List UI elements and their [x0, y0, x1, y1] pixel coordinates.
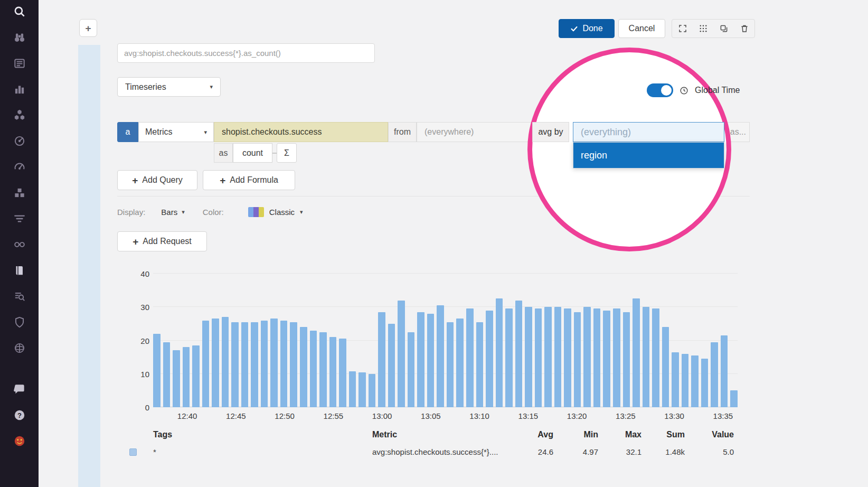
integrations-icon[interactable]	[12, 185, 27, 200]
chart-bar	[623, 312, 630, 407]
x-tick-label: 13:00	[372, 411, 392, 420]
chart-bar	[153, 334, 161, 407]
chevron-down-icon: ▾	[204, 129, 207, 136]
add-formula-button[interactable]: + Add Formula	[203, 170, 295, 190]
x-tick-label: 13:05	[421, 411, 441, 420]
global-time-toggle[interactable]	[647, 83, 673, 97]
data-source-value: Metrics	[145, 127, 173, 137]
done-button-label: Done	[582, 24, 602, 33]
chart-bar	[633, 298, 640, 407]
chart-bar	[593, 308, 601, 407]
chart-bar	[603, 311, 610, 407]
notebooks-icon[interactable]	[12, 263, 27, 278]
x-tick-label: 12:55	[324, 411, 344, 420]
chart-bar	[339, 339, 346, 407]
sigma-function-button[interactable]: Σ	[277, 143, 297, 163]
synthetics-link-icon[interactable]	[12, 237, 27, 252]
groupby-placeholder: (everything)	[581, 127, 631, 138]
scope-placeholder: (everywhere)	[424, 127, 474, 137]
chat-feedback-icon[interactable]	[12, 382, 27, 397]
from-label: from	[388, 122, 417, 142]
dashboards-icon[interactable]	[12, 82, 27, 97]
fullscreen-icon[interactable]	[678, 24, 687, 33]
query-letter-badge[interactable]: a	[117, 122, 138, 142]
chart-bar	[466, 308, 474, 407]
metric-name-input[interactable]: shopist.checkouts.success	[214, 122, 388, 142]
editor-rail	[78, 45, 100, 487]
chart-bar	[358, 372, 366, 407]
x-tick-label: 13:25	[616, 411, 636, 420]
chart-y-axis: 010203040	[132, 274, 149, 407]
chart-x-axis: 12:4012:4512:5012:5513:0013:0513:1013:15…	[153, 411, 738, 423]
chart-bar	[261, 321, 268, 407]
display-type-select[interactable]: Bars ▾	[161, 208, 184, 217]
add-query-button[interactable]: + Add Query	[117, 170, 197, 190]
chart-bar	[290, 322, 297, 407]
as-label-text: as	[219, 148, 228, 158]
infrastructure-icon[interactable]	[12, 108, 27, 123]
add-widget-button[interactable]: +	[79, 19, 97, 37]
chart-bar	[662, 327, 669, 407]
chart-bar	[486, 311, 493, 407]
x-tick-label: 13:30	[664, 411, 684, 420]
x-tick-label: 13:15	[518, 411, 539, 420]
trash-icon[interactable]	[740, 24, 749, 33]
chart-bar	[280, 321, 288, 407]
chart-bar	[212, 319, 219, 407]
toggle-knob	[661, 85, 672, 96]
rollup-select[interactable]: count	[233, 143, 272, 163]
chart-bar	[721, 335, 728, 407]
chart-bar	[388, 324, 395, 407]
data-source-select[interactable]: Metrics ▾	[138, 122, 214, 142]
chart-bar	[329, 337, 337, 407]
as-label: as	[214, 143, 233, 163]
apm-funnel-icon[interactable]	[12, 211, 27, 226]
watchdog-icon[interactable]	[12, 30, 27, 45]
groupby-input[interactable]: (everything)	[573, 122, 724, 142]
grid-dots-icon[interactable]	[699, 24, 708, 33]
search-icon[interactable]	[12, 4, 27, 19]
events-icon[interactable]	[12, 56, 27, 71]
logs-icon[interactable]	[12, 289, 27, 304]
chart-bar	[270, 319, 278, 407]
col-header-avg: Avg	[506, 430, 553, 439]
x-tick-label: 12:50	[275, 411, 295, 420]
viz-type-select[interactable]: Timeseries ▾	[117, 77, 221, 97]
palette-value: Classic	[269, 208, 295, 217]
widget-editor: ? + Done Cancel avg:shopis	[0, 0, 868, 487]
chart-bar	[417, 312, 424, 407]
palette-select[interactable]: Classic ▾	[248, 207, 303, 217]
chart-plot-area[interactable]	[153, 274, 738, 407]
query-preview-input[interactable]: avg:shopist.checkouts.success{*}.as_coun…	[117, 43, 375, 63]
chart-bar	[173, 350, 180, 407]
add-request-button[interactable]: + Add Request	[117, 231, 207, 251]
chart-bar	[672, 352, 679, 407]
monitors-icon[interactable]	[12, 134, 27, 148]
global-time-row: Global Time	[647, 83, 740, 98]
copy-icon[interactable]	[719, 24, 729, 33]
cancel-button-label: Cancel	[629, 24, 655, 33]
security-shield-icon[interactable]	[12, 315, 27, 330]
chart-bar	[427, 314, 435, 407]
chart-bar	[231, 322, 239, 407]
metrics-gauge-icon[interactable]	[12, 160, 27, 174]
cancel-button[interactable]: Cancel	[618, 19, 665, 38]
chart-bar	[349, 371, 356, 407]
chart-bar	[701, 359, 709, 407]
dropdown-option-region[interactable]: region	[573, 143, 724, 168]
add-request-label: Add Request	[143, 237, 192, 246]
chart-bar	[515, 301, 523, 407]
x-tick-label: 12:45	[226, 411, 246, 420]
scope-input[interactable]: (everywhere)	[417, 122, 532, 142]
aggregator-select[interactable]: avg by	[532, 122, 569, 142]
row-sum: 1.48k	[637, 447, 685, 456]
done-button[interactable]: Done	[559, 19, 615, 38]
clock-icon	[679, 86, 689, 96]
chart-bar	[437, 305, 444, 407]
palette-swatch	[248, 207, 264, 217]
series-swatch[interactable]	[129, 448, 137, 456]
network-globe-icon[interactable]	[12, 341, 27, 355]
help-icon[interactable]: ?	[12, 408, 27, 423]
timeseries-chart: 010203040 12:4012:4512:5012:5513:0013:05…	[132, 268, 739, 427]
plus-icon: +	[85, 23, 91, 33]
